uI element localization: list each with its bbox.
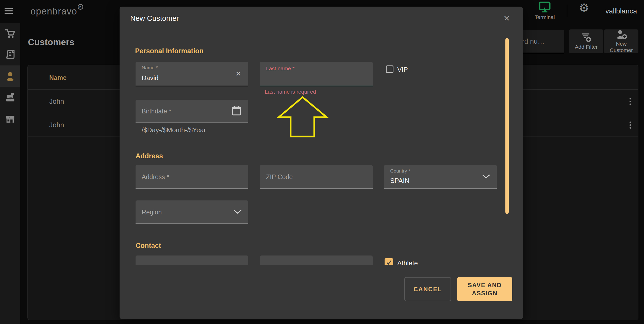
add-filter-label: Add Filter — [575, 44, 598, 50]
terminal-button[interactable]: Terminal — [533, 1, 557, 20]
check-icon — [385, 259, 392, 265]
chevron-down-icon — [233, 209, 242, 215]
name-field[interactable]: Name * David ✕ — [136, 62, 248, 86]
birthdate-field[interactable]: Birthdate * — [136, 100, 248, 123]
sidebar-item-cash-register[interactable] — [0, 87, 20, 108]
section-heading-address: Address — [136, 152, 163, 160]
birthdate-format-hint: /$Day-/$Month-/$Year — [142, 126, 206, 134]
contact-field-1[interactable] — [136, 255, 248, 265]
sidebar-item-store[interactable] — [0, 109, 20, 130]
athlete-checkbox[interactable] — [385, 258, 393, 265]
add-filter-button[interactable]: Add Filter — [569, 29, 603, 53]
row-menu-icon[interactable] — [625, 96, 635, 107]
sidebar-item-receipts[interactable] — [0, 44, 20, 65]
zip-code-field[interactable]: ZIP Code — [260, 165, 373, 189]
person-add-icon — [615, 29, 628, 40]
topbar-divider — [567, 5, 567, 17]
country-select-value: SPAIN — [390, 177, 409, 185]
section-heading-personal: Personal Information — [135, 47, 204, 55]
zip-code-field-label: ZIP Code — [266, 173, 293, 180]
section-heading-contact: Contact — [136, 242, 161, 250]
modal-scrollbar[interactable] — [505, 38, 509, 214]
customer-name-cell: John — [49, 121, 64, 129]
save-and-assign-button[interactable]: SAVE AND ASSIGN — [457, 277, 512, 301]
name-field-label: Name * — [142, 65, 158, 71]
vip-checkbox[interactable] — [386, 65, 393, 73]
country-select[interactable]: Country * SPAIN — [384, 165, 497, 189]
clear-name-icon[interactable]: ✕ — [235, 70, 241, 78]
cart-icon — [4, 28, 16, 39]
customer-name-cell: John — [49, 98, 64, 106]
address-field-label: Address * — [142, 173, 169, 180]
column-header-name: Name — [49, 74, 67, 81]
cash-register-icon — [4, 92, 16, 104]
username[interactable]: vallblanca — [605, 7, 637, 15]
calendar-icon[interactable] — [232, 105, 242, 117]
address-field[interactable]: Address * — [136, 165, 248, 189]
sidebar — [0, 23, 20, 324]
openbravo-logo: openbravo b — [30, 6, 83, 17]
new-customer-button[interactable]: New Customer — [604, 29, 638, 53]
logo-text: openbravo — [30, 6, 77, 17]
athlete-label: Athlete — [397, 259, 418, 265]
contact-field-2[interactable] — [260, 255, 373, 265]
region-select[interactable]: Region — [136, 200, 248, 224]
name-field-value: David — [142, 74, 158, 82]
app-root: openbravo b Terminal ⚙ vallblanca — [0, 0, 644, 324]
terminal-label: Terminal — [533, 14, 557, 20]
sidebar-item-customers[interactable] — [0, 65, 20, 87]
row-menu-icon[interactable] — [625, 120, 635, 131]
new-customer-modal: New Customer ✕ Personal Information Name… — [120, 7, 523, 319]
birthdate-field-label: Birthdate * — [142, 108, 171, 115]
receipt-icon — [4, 49, 16, 60]
store-icon — [4, 113, 16, 125]
country-select-label: Country * — [390, 168, 410, 174]
new-customer-label: New Customer — [604, 41, 638, 53]
monitor-icon — [539, 1, 551, 13]
chevron-down-icon — [482, 174, 491, 180]
last-name-field[interactable]: Last name * — [260, 62, 373, 86]
page-title: Customers — [28, 37, 74, 47]
logo-mark-icon: b — [78, 4, 83, 10]
vip-label: VIP — [397, 66, 408, 74]
settings-gear-icon[interactable]: ⚙ — [579, 2, 589, 14]
add-filter-icon — [580, 32, 593, 43]
last-name-field-label: Last name * — [266, 65, 294, 72]
menu-icon[interactable] — [5, 8, 13, 15]
customer-icon — [4, 70, 16, 82]
region-select-label: Region — [142, 208, 162, 216]
annotation-arrow-up — [275, 95, 330, 140]
cancel-button[interactable]: CANCEL — [404, 277, 451, 301]
sidebar-item-sales[interactable] — [0, 23, 20, 44]
last-name-error: Last name is required — [265, 89, 316, 95]
